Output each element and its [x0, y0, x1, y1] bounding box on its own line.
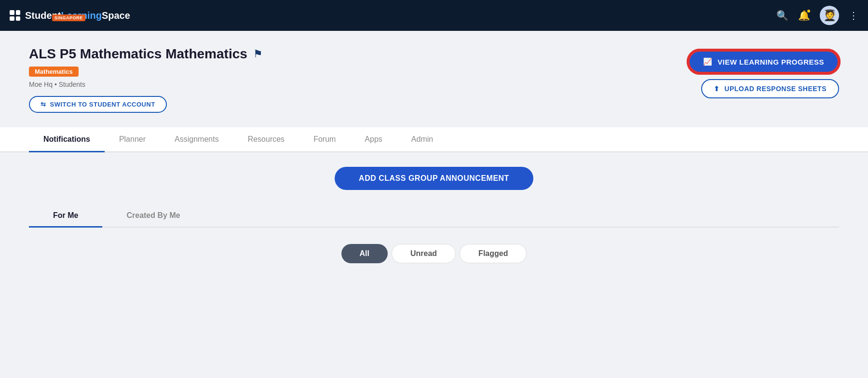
tab-notifications[interactable]: Notifications	[29, 127, 105, 151]
add-announcement-row: ADD CLASS GROUP ANNOUNCEMENT	[29, 167, 839, 190]
filter-all-btn[interactable]: All	[341, 244, 388, 263]
avatar[interactable]: 🧑‍🎓	[820, 6, 839, 25]
content-area: ALS P5 Mathematics Mathematics ⚑ Mathema…	[0, 31, 868, 278]
logo-space: Space	[102, 10, 130, 21]
view-learning-progress-btn[interactable]: 📈 VIEW LEARNING PROGRESS	[688, 50, 839, 73]
switch-btn-label: SWITCH TO STUDENT ACCOUNT	[50, 101, 155, 108]
nav-left: SINGAPORE StudentLearningSpace	[10, 10, 130, 21]
singapore-badge: SINGAPORE	[52, 14, 85, 21]
top-navigation: SINGAPORE StudentLearningSpace 🔍 🔔 🧑‍🎓 ⋮	[0, 0, 868, 31]
chart-icon: 📈	[703, 57, 713, 66]
page-header-left: ALS P5 Mathematics Mathematics ⚑ Mathema…	[29, 46, 263, 113]
view-progress-label: VIEW LEARNING PROGRESS	[718, 58, 824, 66]
upload-icon: ⬆	[714, 85, 720, 93]
sub-tab-created-by-me[interactable]: Created By Me	[102, 204, 204, 227]
page-title-row: ALS P5 Mathematics Mathematics ⚑	[29, 46, 263, 62]
tab-resources[interactable]: Resources	[233, 127, 299, 151]
notifications-section: ADD CLASS GROUP ANNOUNCEMENT For Me Crea…	[29, 152, 839, 268]
page-title: ALS P5 Mathematics Mathematics	[29, 46, 247, 62]
search-icon[interactable]: 🔍	[776, 10, 788, 21]
page-header: ALS P5 Mathematics Mathematics ⚑ Mathema…	[29, 46, 839, 113]
tab-planner[interactable]: Planner	[105, 127, 160, 151]
more-options-icon[interactable]: ⋮	[849, 10, 858, 21]
switch-icon: ⇆	[41, 101, 46, 108]
tab-apps[interactable]: Apps	[350, 127, 396, 151]
upload-response-sheets-btn[interactable]: ⬆ UPLOAD RESPONSE SHEETS	[701, 79, 839, 98]
nav-right: 🔍 🔔 🧑‍🎓 ⋮	[776, 6, 858, 25]
filter-pills: All Unread Flagged	[29, 239, 839, 268]
notification-sub-tabs: For Me Created By Me	[29, 204, 839, 228]
filter-flagged-btn[interactable]: Flagged	[460, 244, 527, 263]
bell-dot	[806, 9, 811, 14]
school-info: Moe Hq • Students	[29, 81, 263, 88]
upload-btn-label: UPLOAD RESPONSE SHEETS	[724, 85, 827, 93]
subject-badge: Mathematics	[29, 67, 79, 77]
logo-wrap: SINGAPORE StudentLearningSpace	[10, 10, 130, 21]
tabs-bar: Notifications Planner Assignments Resour…	[0, 127, 868, 152]
bell-icon[interactable]: 🔔	[798, 10, 810, 21]
page-header-right: 📈 VIEW LEARNING PROGRESS ⬆ UPLOAD RESPON…	[688, 46, 839, 98]
grid-icon[interactable]	[10, 10, 20, 21]
add-class-group-announcement-btn[interactable]: ADD CLASS GROUP ANNOUNCEMENT	[335, 167, 533, 190]
filter-unread-btn[interactable]: Unread	[392, 244, 456, 263]
switch-to-student-btn[interactable]: ⇆ SWITCH TO STUDENT ACCOUNT	[29, 96, 167, 113]
tab-admin[interactable]: Admin	[397, 127, 448, 151]
sub-tab-for-me[interactable]: For Me	[29, 204, 102, 227]
tab-assignments[interactable]: Assignments	[160, 127, 233, 151]
logo-container: SINGAPORE StudentLearningSpace	[25, 11, 130, 20]
bookmark-icon[interactable]: ⚑	[253, 48, 263, 60]
tab-forum[interactable]: Forum	[299, 127, 350, 151]
